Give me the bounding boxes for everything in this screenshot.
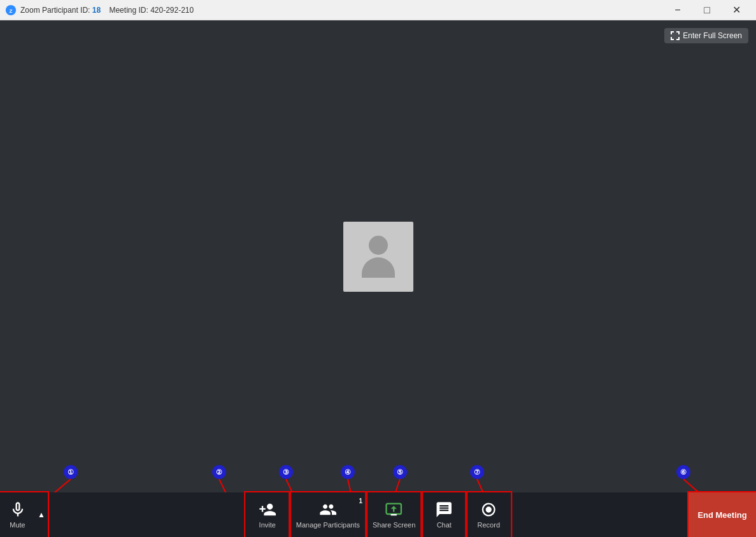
end-meeting-label: End Meeting [697, 510, 746, 520]
avatar-body [362, 257, 395, 278]
record-icon [480, 501, 497, 519]
zoom-logo-icon: Z [5, 4, 17, 16]
record-button[interactable]: Record [466, 492, 511, 537]
svg-line-2 [31, 479, 71, 492]
toolbar: Mute ▲ Invite 1 Manage Participants [0, 492, 756, 537]
annotation-7: ⑦ [470, 465, 484, 479]
invite-label: Invite [259, 521, 276, 529]
participants-icon [319, 501, 337, 519]
mute-chevron[interactable]: ▲ [35, 492, 48, 537]
svg-line-4 [286, 479, 302, 492]
svg-line-3 [219, 479, 236, 492]
title-bar: Z Zoom Participant ID: 18 Meeting ID: 42… [0, 0, 756, 20]
record-label: Record [478, 521, 500, 529]
avatar-container [343, 222, 413, 292]
annotation-4: ④ [341, 465, 355, 479]
close-button[interactable]: ✕ [722, 0, 751, 20]
invite-icon [259, 501, 276, 519]
chat-icon [435, 501, 453, 519]
share-screen-icon [385, 501, 403, 519]
fullscreen-label: Enter Full Screen [683, 31, 742, 40]
minimize-button[interactable]: − [663, 0, 692, 20]
mute-button[interactable]: Mute [0, 492, 35, 537]
share-screen-button[interactable]: Share Screen [366, 492, 422, 537]
title-bar-controls: − □ ✕ [663, 0, 751, 20]
svg-line-7 [683, 479, 722, 492]
mute-group: Mute ▲ [0, 492, 48, 537]
avatar-figure [362, 236, 395, 278]
avatar-head [369, 236, 388, 255]
fullscreen-icon [671, 31, 680, 40]
title-text: Zoom Participant ID: 18 Meeting ID: 420-… [20, 6, 194, 15]
manage-participants-label: Manage Participants [296, 521, 360, 529]
annotation-5: ⑤ [393, 465, 407, 479]
maximize-button[interactable]: □ [692, 0, 722, 20]
invite-button[interactable]: Invite [245, 492, 290, 537]
svg-point-12 [486, 506, 492, 512]
chat-button[interactable]: Chat [422, 492, 466, 537]
annotation-1: ① [64, 465, 78, 479]
annotation-2: ② [212, 465, 226, 479]
mute-label: Mute [10, 521, 25, 529]
annotation-6: ⑥ [676, 465, 690, 479]
toolbar-center: Invite 1 Manage Participants Share Scree… [245, 492, 511, 537]
svg-text:Z: Z [10, 8, 13, 13]
title-bar-left: Z Zoom Participant ID: 18 Meeting ID: 42… [5, 4, 194, 16]
svg-rect-10 [391, 514, 397, 515]
svg-line-8 [477, 479, 492, 492]
participants-badge: 1 [359, 498, 362, 505]
microphone-icon [9, 501, 27, 519]
end-meeting-button[interactable]: End Meeting [688, 492, 756, 537]
svg-line-5 [348, 479, 355, 492]
share-screen-label: Share Screen [373, 521, 415, 529]
annotation-3: ③ [279, 465, 293, 479]
chat-label: Chat [437, 521, 452, 529]
fullscreen-button[interactable]: Enter Full Screen [664, 28, 748, 43]
svg-line-6 [389, 479, 400, 492]
manage-participants-button[interactable]: 1 Manage Participants [290, 492, 366, 537]
main-video-area: Enter Full Screen ① ② ③ ④ ⑤ ⑥ ⑦ [0, 20, 756, 492]
